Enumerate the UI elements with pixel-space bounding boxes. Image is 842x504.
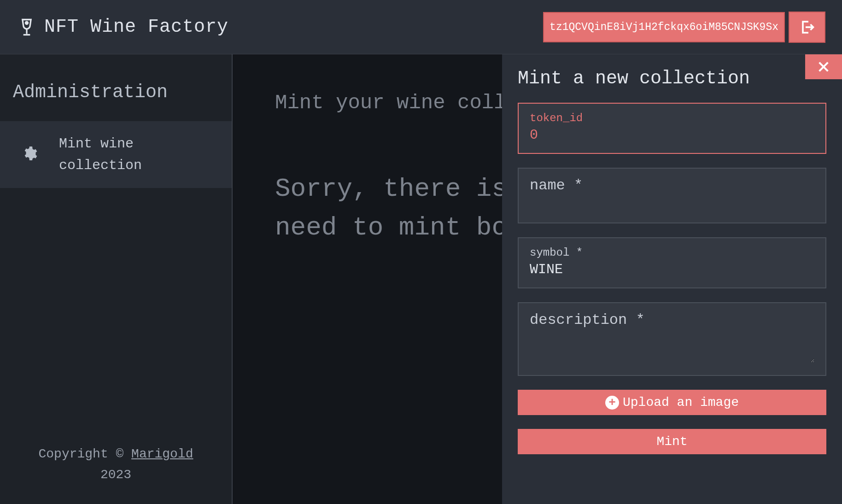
upload-image-button[interactable]: + Upload an image: [518, 390, 826, 415]
symbol-value: WINE: [530, 262, 814, 277]
app-header: NFT Wine Factory tz1QCVQinE8iVj1H2fckqx6…: [0, 0, 842, 54]
logout-icon: [799, 19, 815, 35]
gear-icon: [21, 145, 38, 164]
header-right: tz1QCVQinE8iVj1H2fckqx6oiM85CNJSK9Sx: [543, 12, 825, 43]
mint-label: Mint: [656, 434, 687, 449]
logout-button[interactable]: [789, 12, 825, 43]
drawer-title: Mint a new collection: [518, 68, 826, 89]
symbol-field[interactable]: symbol * WINE: [518, 237, 826, 288]
close-button[interactable]: [805, 54, 842, 79]
name-field[interactable]: name *: [518, 168, 826, 223]
sidebar: Administration Mint wine collection Copy…: [0, 54, 233, 504]
footer-prefix: Copyright ©: [38, 447, 131, 461]
description-label: description *: [530, 311, 814, 328]
mint-button[interactable]: Mint: [518, 429, 826, 454]
sidebar-footer: Copyright © Marigold 2023: [0, 444, 232, 504]
sidebar-title: Administration: [0, 82, 232, 121]
description-input[interactable]: [530, 331, 814, 363]
wallet-address-box[interactable]: tz1QCVQinE8iVj1H2fckqx6oiM85CNJSK9Sx: [543, 12, 785, 42]
symbol-label: symbol *: [530, 246, 814, 259]
token-id-value: 0: [530, 127, 814, 143]
header-left: NFT Wine Factory: [17, 17, 228, 37]
close-icon: [816, 59, 831, 74]
svg-point-0: [25, 22, 28, 24]
wine-glass-icon: [17, 17, 37, 37]
plus-circle-icon: +: [605, 396, 619, 410]
upload-label: Upload an image: [623, 395, 739, 410]
app-title: NFT Wine Factory: [44, 17, 228, 37]
description-field[interactable]: description *: [518, 302, 826, 376]
name-input[interactable]: [530, 197, 814, 212]
sidebar-item-mint-wine[interactable]: Mint wine collection: [0, 121, 232, 188]
footer-year: 2023: [100, 468, 131, 482]
token-id-field[interactable]: token_id 0: [518, 103, 826, 154]
mint-drawer: Mint a new collection token_id 0 name * …: [502, 54, 842, 504]
footer-link[interactable]: Marigold: [131, 447, 193, 461]
sidebar-item-label: Mint wine collection: [59, 133, 210, 176]
name-label: name *: [530, 177, 814, 194]
token-id-label: token_id: [530, 112, 814, 124]
